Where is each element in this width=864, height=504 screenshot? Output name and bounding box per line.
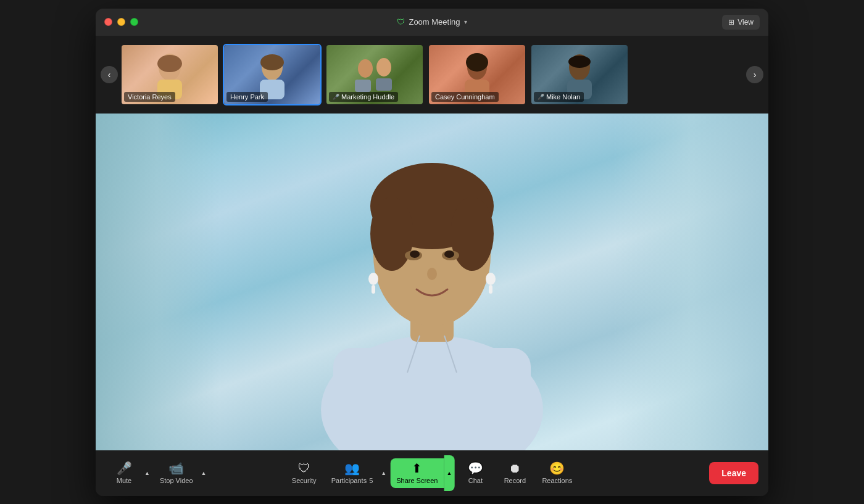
view-button[interactable]: ⊞ View (722, 15, 760, 30)
mute-button[interactable]: 🎤 Mute (106, 458, 143, 488)
svg-rect-17 (333, 348, 531, 450)
thumbnail-victoria-reyes[interactable]: Victoria Reyes (120, 44, 219, 105)
toolbar-left: 🎤 Mute ▲ 📹 Stop Video ▲ (106, 458, 207, 488)
thumb-label-casey: Casey Cunningham (431, 92, 499, 102)
video-control: 📹 Stop Video ▲ (154, 458, 208, 488)
thumbnail-mike-nolan[interactable]: 🎤 Mike Nolan (530, 44, 629, 105)
maximize-button[interactable] (130, 18, 138, 26)
participants-control: 👥 Participants 5 ▲ (325, 458, 388, 488)
reactions-icon: 😊 (549, 462, 565, 474)
security-label: Security (292, 477, 317, 484)
thumbnail-name-marketing: Marketing Huddle (341, 93, 394, 101)
thumbnail-casey-cunningham[interactable]: Casey Cunningham (428, 44, 526, 105)
mute-arrow-button[interactable]: ▲ (143, 470, 151, 476)
mute-icon: 🎤 (117, 462, 132, 474)
chevron-down-icon[interactable]: ▾ (464, 19, 467, 25)
svg-point-30 (368, 273, 378, 285)
office-bg-right (614, 114, 768, 450)
participants-icon: 👥 (344, 462, 360, 474)
zoom-window: 🛡 Zoom Meeting ▾ ⊞ View ‹ Victoria Reyes (96, 9, 768, 496)
svg-point-27 (427, 268, 437, 280)
nav-arrow-right[interactable]: › (746, 66, 763, 83)
shield-icon: 🛡 (397, 17, 405, 27)
close-button[interactable] (104, 18, 112, 26)
svg-point-32 (486, 273, 496, 285)
reactions-button[interactable]: 😊 Reactions (536, 458, 578, 488)
thumbnail-name-henry: Henry Park (230, 93, 264, 101)
participants-label: Participants 5 (331, 477, 373, 484)
chat-icon: 💬 (468, 462, 483, 474)
nav-arrow-left[interactable]: ‹ (101, 66, 118, 83)
share-screen-icon: ⬆ (412, 462, 422, 474)
share-screen-button[interactable]: ⬆ Share Screen (390, 458, 444, 488)
minimize-button[interactable] (117, 18, 125, 26)
toolbar-right: Leave (709, 462, 758, 484)
chat-button[interactable]: 💬 Chat (457, 458, 494, 488)
svg-point-25 (410, 250, 420, 258)
svg-point-8 (376, 58, 391, 76)
thumbnails-strip: ‹ Victoria Reyes (96, 36, 768, 114)
mute-label: Mute (117, 477, 131, 484)
thumbnail-name-mike: Mike Nolan (546, 93, 580, 101)
share-screen-control: ⬆ Share Screen ▲ (390, 455, 454, 491)
thumb-label-marketing: 🎤 Marketing Huddle (329, 92, 398, 102)
record-button[interactable]: ⏺ Record (496, 458, 533, 488)
main-speaker-figure (278, 114, 586, 450)
svg-rect-7 (355, 80, 371, 92)
participants-button[interactable]: 👥 Participants 5 (325, 458, 380, 488)
title-bar: 🛡 Zoom Meeting ▾ ⊞ View (96, 9, 768, 36)
svg-rect-33 (489, 285, 492, 294)
stop-video-button[interactable]: 📹 Stop Video (154, 458, 199, 488)
thumbnail-name-casey: Casey Cunningham (435, 93, 495, 101)
record-icon: ⏺ (509, 462, 521, 474)
leave-button[interactable]: Leave (709, 462, 758, 484)
share-arrow-button[interactable]: ▲ (444, 455, 454, 491)
svg-point-26 (444, 250, 454, 258)
mic-icon-mike: 🎤 (538, 94, 544, 100)
toolbar-center: 🛡 Security 👥 Participants 5 ▲ ⬆ Sha (286, 455, 579, 491)
svg-rect-31 (372, 285, 375, 294)
view-label: View (737, 18, 754, 27)
meeting-title: Zoom Meeting (409, 17, 460, 27)
participants-arrow-button[interactable]: ▲ (380, 470, 388, 476)
mute-control: 🎤 Mute ▲ (106, 458, 151, 488)
share-screen-label: Share Screen (396, 477, 438, 484)
toolbar: 🎤 Mute ▲ 📹 Stop Video ▲ 🛡 Security (96, 450, 768, 496)
thumb-label-mike: 🎤 Mike Nolan (534, 92, 584, 102)
stop-video-label: Stop Video (160, 477, 193, 484)
svg-point-11 (466, 53, 488, 72)
reactions-label: Reactions (542, 477, 572, 484)
mic-icon-marketing: 🎤 (333, 94, 339, 100)
chat-label: Chat (468, 477, 483, 484)
svg-point-14 (568, 56, 591, 68)
svg-point-22 (451, 197, 494, 271)
svg-point-6 (358, 59, 373, 78)
record-label: Record (504, 477, 526, 484)
svg-point-4 (260, 54, 284, 70)
thumbnail-name-victoria: Victoria Reyes (128, 93, 172, 101)
view-icon: ⊞ (728, 18, 734, 27)
thumbnail-henry-park[interactable]: Henry Park (223, 44, 322, 105)
thumb-label-henry: Henry Park (226, 92, 268, 102)
svg-point-21 (370, 197, 413, 271)
svg-rect-9 (376, 78, 392, 91)
video-icon: 📹 (168, 462, 184, 474)
svg-point-1 (157, 55, 182, 72)
main-video-area (96, 114, 768, 450)
office-bg-left (96, 114, 219, 450)
security-button[interactable]: 🛡 Security (286, 458, 323, 488)
thumb-label-victoria: Victoria Reyes (124, 92, 175, 102)
security-icon: 🛡 (298, 462, 310, 474)
meeting-title-area: 🛡 Zoom Meeting ▾ (397, 17, 467, 27)
video-arrow-button[interactable]: ▲ (200, 470, 208, 476)
thumbnail-marketing-huddle[interactable]: 🎤 Marketing Huddle (325, 44, 424, 105)
traffic-lights (104, 18, 138, 26)
